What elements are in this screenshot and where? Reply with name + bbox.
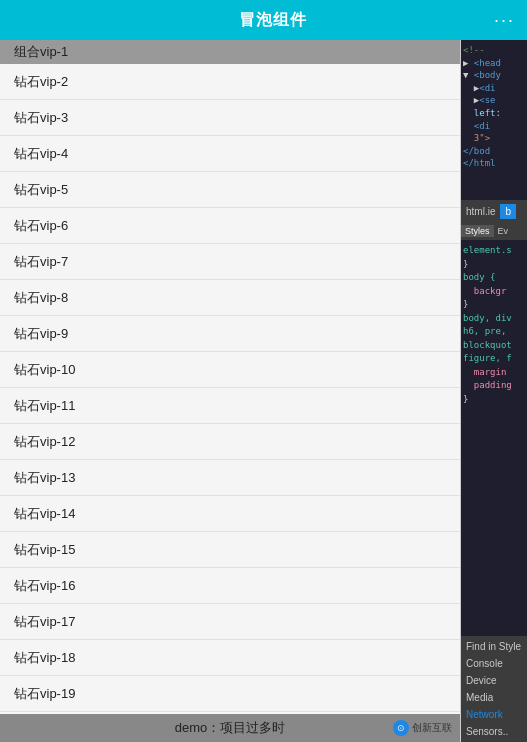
right-devtools-panel: <!-- ▶ <head ▼ <body ▶<di ▶<se left: <di… (460, 40, 527, 742)
style-blockquot: blockquot (463, 339, 525, 353)
logo-icon: ⊙ (393, 720, 409, 736)
devtools-code-view: <!-- ▶ <head ▼ <body ▶<di ▶<se left: <di… (461, 40, 527, 200)
list-item[interactable]: 钻石vip-3 (0, 100, 460, 136)
style-close1: } (463, 258, 525, 272)
list-item[interactable]: 钻石vip-9 (0, 316, 460, 352)
list-item[interactable]: 钻石vip-7 (0, 244, 460, 280)
app-header: 冒泡组件 ··· (0, 0, 527, 40)
code-line-head: ▶ <head (463, 57, 525, 70)
list-item[interactable]: 钻石vip-4 (0, 136, 460, 172)
style-h6: h6, pre, (463, 325, 525, 339)
left-panel: 组合vip-1 钻石vip-2钻石vip-3钻石vip-4钻石vip-5钻石vi… (0, 40, 460, 742)
devtools-device[interactable]: Device (461, 672, 527, 689)
style-close2: } (463, 298, 525, 312)
menu-button[interactable]: ··· (494, 10, 515, 31)
tab-b[interactable]: b (500, 204, 516, 219)
list-item[interactable]: 钻石vip-11 (0, 388, 460, 424)
list-subheader: 组合vip-1 (0, 40, 460, 64)
list-item[interactable]: 钻石vip-5 (0, 172, 460, 208)
style-element: element.s (463, 244, 525, 258)
list-item[interactable]: 钻石vip-18 (0, 640, 460, 676)
code-line-se: ▶<se (463, 94, 525, 107)
devtools-network[interactable]: Network (461, 706, 527, 723)
code-line-endhtml: </html (463, 157, 525, 170)
list-item[interactable]: 钻石vip-19 (0, 676, 460, 712)
devtools-top-tabs: html.ie b (461, 200, 527, 222)
code-line-endbody: </bod (463, 145, 525, 158)
logo-area: ⊙ 创新互联 (393, 720, 452, 736)
app-title: 冒泡组件 (52, 10, 494, 31)
logo-text: 创新互联 (412, 721, 452, 735)
tab-htmlie[interactable]: html.ie (461, 204, 500, 219)
devtools-sensors[interactable]: Sensors.. (461, 723, 527, 740)
code-line-left: left: (463, 107, 525, 120)
code-line-div2: <di (463, 120, 525, 133)
list-item[interactable]: 钻石vip-12 (0, 424, 460, 460)
code-line-3: 3"> (463, 132, 525, 145)
style-padding: padding (463, 379, 525, 393)
code-line-comment: <!-- (463, 44, 525, 57)
devtools-find-in-style[interactable]: Find in Style (461, 638, 527, 655)
list-item[interactable]: 钻石vip-13 (0, 460, 460, 496)
style-margin: margin (463, 366, 525, 380)
list-item[interactable]: 钻石vip-6 (0, 208, 460, 244)
bottom-bar: demo：项目过多时 ⊙ 创新互联 (0, 714, 460, 742)
devtools-console[interactable]: Console (461, 655, 527, 672)
style-backgr: backgr (463, 285, 525, 299)
subtab-ev[interactable]: Ev (494, 225, 513, 237)
subheader-label: 组合vip-1 (0, 40, 460, 64)
list-item[interactable]: 钻石vip-8 (0, 280, 460, 316)
code-line-div: ▶<di (463, 82, 525, 95)
devtools-styles-panel: element.s } body { backgr } body, div h6… (461, 240, 527, 636)
list-item[interactable]: 钻石vip-16 (0, 568, 460, 604)
list-item[interactable]: 钻石vip-14 (0, 496, 460, 532)
style-figure: figure, f (463, 352, 525, 366)
main-area: 组合vip-1 钻石vip-2钻石vip-3钻石vip-4钻石vip-5钻石vi… (0, 40, 527, 742)
list-item[interactable]: 钻石vip-2 (0, 64, 460, 100)
subtab-styles[interactable]: Styles (461, 225, 494, 237)
style-subtabs: Styles Ev (461, 222, 527, 240)
list-container[interactable]: 钻石vip-2钻石vip-3钻石vip-4钻石vip-5钻石vip-6钻石vip… (0, 64, 460, 714)
devtools-bottom-menu: Find in Style Console Device Media Netwo… (461, 636, 527, 742)
style-body-sel: body { (463, 271, 525, 285)
devtools-media[interactable]: Media (461, 689, 527, 706)
list-item[interactable]: 钻石vip-15 (0, 532, 460, 568)
style-close3: } (463, 393, 525, 407)
code-line-body: ▼ <body (463, 69, 525, 82)
app-wrapper: 冒泡组件 ··· 组合vip-1 钻石vip-2钻石vip-3钻石vip-4钻石… (0, 0, 527, 742)
list-item[interactable]: 钻石vip-17 (0, 604, 460, 640)
list-item[interactable]: 钻石vip-10 (0, 352, 460, 388)
style-body-div: body, div (463, 312, 525, 326)
bottom-label: demo：项目过多时 (175, 719, 286, 737)
